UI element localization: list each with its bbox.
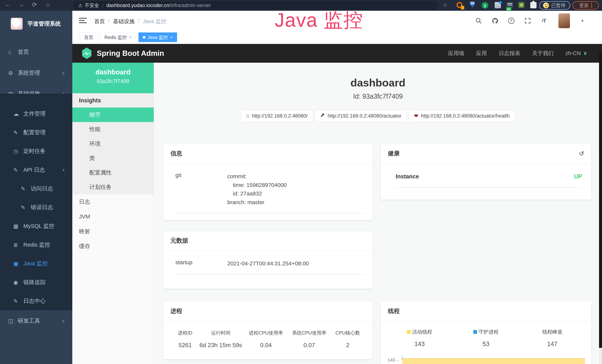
app-logo-row[interactable]: 芋道管理系统	[0, 11, 72, 37]
threads-area-chart: 140 120 100	[386, 355, 586, 364]
sidebar-item-file-manage[interactable]: ☁ 文件管理	[0, 104, 72, 123]
spring-boot-admin-logo	[82, 48, 92, 59]
scrollbar-thumb[interactable]	[599, 53, 602, 348]
legend-label: 线程峰值	[542, 329, 562, 335]
breadcrumb-home[interactable]: 首页	[94, 18, 105, 25]
sba-item-environment[interactable]: 环境	[72, 137, 154, 151]
sba-nav-applications[interactable]: 应用	[476, 50, 487, 57]
profile-paused-chip[interactable]: 已暂停	[539, 1, 570, 10]
caret-down-icon[interactable]: ▾	[581, 18, 583, 23]
browser-menu-icon[interactable]	[591, 3, 592, 8]
sidebar-item-log-center[interactable]: ✎ 日志中心	[0, 292, 72, 310]
service-url-button[interactable]: ⌂ http://192.168.0.2:48080/	[241, 110, 313, 122]
legend-swatch-daemon	[473, 330, 477, 334]
hamburger-icon[interactable]	[79, 18, 87, 24]
breadcrumb-infra[interactable]: 基础设施	[113, 18, 135, 25]
sidebar-item-redis-monitor[interactable]: ≣ Redis 监控	[0, 236, 72, 254]
actuator-url-button[interactable]: http://192.168.0.2:48080/actuator	[315, 110, 407, 122]
sidebar-item-system[interactable]: ⚙ 系统管理 ∨	[0, 64, 72, 82]
extension-pin-icon[interactable]	[470, 2, 476, 9]
metadata-card-title: 元数据	[163, 231, 373, 251]
sba-nav-wall[interactable]: 应用墙	[448, 50, 464, 57]
extension-leaf-icon[interactable]	[518, 2, 525, 9]
sba-item-details[interactable]: 细节	[72, 107, 154, 122]
sidebar-item-config-manage[interactable]: ✎ 配置管理	[0, 123, 72, 142]
chevron-down-icon: ∨	[62, 319, 65, 323]
user-avatar[interactable]	[559, 13, 570, 28]
info-card-title: 信息	[163, 144, 373, 163]
back-icon[interactable]: ←	[3, 1, 12, 8]
sidebar-item-access-log[interactable]: ✎ 访问日志	[0, 179, 72, 198]
sba-item-classes[interactable]: 类	[72, 151, 154, 165]
sidebar-item-error-log[interactable]: ✎ 错误日志	[0, 198, 72, 217]
language-label: zh-CN	[566, 50, 581, 56]
close-icon[interactable]: ×	[129, 35, 132, 40]
reload-icon[interactable]: ⟳	[30, 1, 39, 8]
extension-grid-icon[interactable]	[495, 2, 501, 9]
dashboard-icon: ⌂	[8, 49, 18, 55]
sidebar-item-api-log[interactable]: ✎ API 日志 ∧	[0, 161, 72, 179]
app-logo	[11, 18, 23, 30]
extension-puzzle-icon[interactable]	[530, 2, 537, 9]
avatar-emoji-icon	[543, 2, 549, 8]
cpu-cores: 2	[330, 342, 365, 349]
sba-item-mappings[interactable]: 映射	[72, 224, 154, 239]
sidebar-item-java-monitor[interactable]: ▣ Java 监控	[0, 254, 72, 273]
tab-redis-monitor[interactable]: Redis 监控 ×	[100, 32, 136, 42]
address-bar[interactable]: ⚠ 不安全 | dashboard.yudao.iocoder.cn /infr…	[74, 1, 438, 10]
infra-submenu: ☁ 文件管理 ✎ 配置管理 ◷ 定时任务 ✎ API 日志 ∧ ✎ 访问日志 ✎…	[0, 94, 72, 310]
instance-name: dashboard	[72, 68, 154, 76]
edit-icon: ✎	[13, 129, 23, 136]
extension-list-icon[interactable]: on	[506, 2, 513, 9]
home-icon[interactable]: ⌂	[43, 1, 52, 8]
sidebar-item-dev-tools[interactable]: ◫ 研发工具 ∨	[0, 311, 72, 330]
tab-home[interactable]: 首页	[80, 32, 97, 42]
y-axis-tick: 140	[386, 357, 399, 363]
bookmark-star-icon[interactable]: ☆	[443, 2, 448, 8]
navbar-actions: ? tT ▾	[475, 11, 583, 31]
extension-y-icon[interactable]: y	[482, 2, 488, 9]
extension-sync-icon[interactable]: y	[456, 2, 463, 9]
help-icon[interactable]: ?	[508, 17, 515, 24]
sba-header: Spring Boot Admin 应用墙 应用 日志报表 关于我们 zh-CN…	[72, 44, 602, 63]
sidebar-item-mysql-monitor[interactable]: ▦ MySQL 监控	[0, 217, 72, 236]
close-icon[interactable]: ×	[170, 35, 173, 40]
daemon-threads-count: 53	[453, 341, 519, 347]
sidebar-item-scheduled-jobs[interactable]: ◷ 定时任务	[0, 142, 72, 161]
sba-item-jvm[interactable]: JVM	[72, 209, 154, 224]
sba-item-scheduled-tasks[interactable]: 计划任务	[72, 180, 154, 194]
tab-java-monitor[interactable]: Java 监控 ×	[139, 32, 177, 42]
sba-item-config-props[interactable]: 配置属性	[72, 165, 154, 180]
metadata-startup-row: startup 2021-04-27T00:44:31.254+08:00	[175, 259, 365, 275]
breadcrumb-current: Java 监控	[143, 18, 166, 25]
threads-legend: 活动线程 143 守护进程 53 线程峰值 147	[386, 329, 586, 347]
sidebar-item-home[interactable]: ⌂ 首页	[0, 43, 72, 61]
health-status-badge: UP	[574, 173, 582, 180]
sba-nav: 应用墙 应用 日志报表 关于我们 zh-CN ∨	[448, 50, 587, 57]
fullscreen-icon[interactable]	[524, 17, 531, 24]
sba-item-logs[interactable]: 日志	[72, 194, 154, 209]
sba-nav-about[interactable]: 关于我们	[532, 50, 554, 57]
page-title: dashboard	[154, 76, 602, 89]
sidebar-item-tracing[interactable]: ◉ 链路追踪	[0, 273, 72, 292]
search-icon[interactable]	[475, 17, 483, 24]
paused-label: 已暂停	[551, 2, 566, 9]
layers-icon: ≣	[13, 242, 23, 248]
eye-icon: ◉	[13, 279, 23, 286]
history-icon[interactable]: ↺	[579, 150, 584, 157]
forward-icon[interactable]: →	[17, 1, 26, 8]
sba-sidebar: dashboard 93a3fc7f7409 Insights 细节 性能 环境…	[72, 63, 154, 364]
instance-header[interactable]: dashboard 93a3fc7f7409	[72, 63, 154, 93]
sba-content: dashboard Id: 93a3fc7f7409 ⌂ http://192.…	[154, 63, 602, 364]
health-url-button[interactable]: ❤ http://192.168.0.2:48080/actuator/heal…	[409, 110, 515, 122]
text-size-icon[interactable]: tT	[540, 17, 548, 24]
divider: |	[102, 3, 103, 8]
browser-update-chip[interactable]: 更新	[572, 1, 599, 10]
sba-nav-journal[interactable]: 日志报表	[499, 50, 520, 57]
sba-brand-title[interactable]: Spring Boot Admin	[97, 49, 164, 57]
github-icon[interactable]	[491, 17, 499, 24]
sba-item-metrics[interactable]: 性能	[72, 122, 154, 137]
sba-item-caches[interactable]: 缓存	[72, 239, 154, 254]
log-edit-icon: ✎	[13, 298, 23, 304]
language-selector[interactable]: zh-CN ∨	[566, 50, 587, 56]
